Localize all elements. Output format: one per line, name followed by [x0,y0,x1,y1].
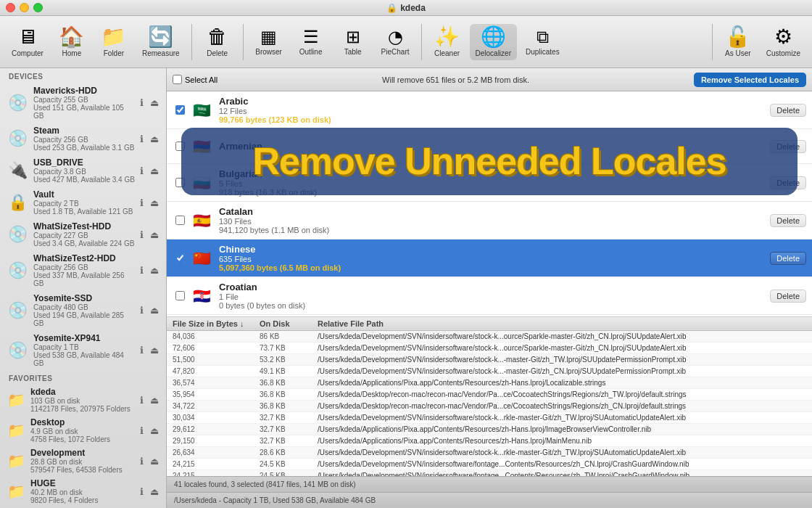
toolbar-browser[interactable]: ▦ Browser [249,25,289,59]
device-eject-btn[interactable]: ⏏ [149,305,160,316]
fav-info-btn[interactable]: ℹ [136,455,147,467]
device-eject-btn[interactable]: ⏏ [149,197,160,208]
toolbar-delete[interactable]: 🗑 Delete [198,24,237,60]
sidebar-item-vault[interactable]: 🔒 Vault Capacity 2 TB Used 1.8 TB, Avail… [0,187,166,218]
locale-item-croatian[interactable]: 🇭🇷 Croatian 1 File 0 bytes (0 bytes on d… [167,277,812,315]
croatian-delete-btn[interactable]: Delete [770,290,806,303]
folder-icon: 📁 [6,481,26,501]
select-all-input[interactable] [173,75,182,84]
catalan-delete-btn[interactable]: Delete [770,214,806,227]
select-all-checkbox[interactable]: Select All [173,75,218,84]
folder-icon: 📁 [6,451,26,471]
fav-info-btn[interactable]: ℹ [136,425,147,436]
arabic-delete-btn[interactable]: Delete [770,104,806,117]
hdd-icon: 💿 [6,91,29,115]
col-path-header[interactable]: Relative File Path [318,319,806,328]
toolbar-duplicates[interactable]: ⧉ Duplicates [520,25,566,59]
toolbar-separator-1 [191,24,192,60]
toolbar-cleaner[interactable]: ✨ Cleaner [428,24,467,60]
device-info-btn[interactable]: ℹ [136,229,147,240]
bulgarian-delete-btn[interactable]: Delete [770,176,806,189]
armenian-flag: 🇦🇲 [190,139,213,155]
fav-actions: ℹ ⏏ [136,425,160,436]
fav-more-btn[interactable]: ⏏ [149,425,160,436]
table-row: 29,61232.7 KB/Users/kdeda/Applications/P… [167,424,812,435]
minimize-button[interactable] [20,3,29,12]
toolbar-delocalizer[interactable]: 🌐 Delocalizer [470,24,517,60]
device-actions: ℹ ⏏ [136,165,160,176]
device-info-btn[interactable]: ℹ [136,345,147,356]
sidebar-item-yosemite-ssd[interactable]: 💿 Yosemite-SSD Capacity 480 GB Used 194 … [0,290,166,330]
locale-checkbox-bulgarian[interactable] [173,178,187,187]
fullscreen-button[interactable] [33,3,43,12]
device-info-btn[interactable]: ℹ [136,97,147,109]
toolbar-asuser[interactable]: 🔓 As User [718,24,758,60]
locale-checkbox-croatian[interactable] [173,291,187,300]
device-info-btn[interactable]: ℹ [136,197,147,208]
action-bar: Select All Will remove 651 files or 5.2 … [167,68,812,91]
col-ondisk-header[interactable]: On Disk [260,319,318,328]
device-info-btn[interactable]: ℹ [136,265,147,276]
locale-item-chinese[interactable]: 🇨🇳 Chinese 635 Files 5,097,360 bytes (6.… [167,239,812,277]
device-eject-btn[interactable]: ⏏ [149,97,160,109]
device-info-btn[interactable]: ℹ [136,165,147,176]
chinese-delete-btn[interactable]: Delete [770,252,806,265]
device-eject-btn[interactable]: ⏏ [149,133,160,144]
fav-more-btn[interactable]: ⏏ [149,394,160,406]
outline-icon: ☰ [303,28,319,46]
sidebar-fav-development[interactable]: 📁 Development 28.8 GB on disk 579547 Fil… [0,446,166,476]
sidebar-fav-huge[interactable]: 📁 HUGE 40.2 MB on disk 9820 Files, 4 Fol… [0,476,166,507]
sidebar-item-whatsizetest[interactable]: 💿 WhatSizeTest-HDD Capacity 227 GB Used … [0,218,166,250]
toolbar-piechart[interactable]: ◔ PieChart [376,25,415,59]
locale-list-wrapper: Remove Unneeded Locales 🇸🇦 Arabic 12 Fil… [167,91,812,476]
toolbar-separator-2 [243,24,244,60]
device-info-btn[interactable]: ℹ [136,305,147,316]
table-row: 26,63428.6 KB/Users/kdeda/Development/SV… [167,447,812,459]
fav-info-btn[interactable]: ℹ [136,394,147,406]
sidebar-item-usb[interactable]: 🔌 USB_DRIVE Capacity 3.8 GB Used 427 MB,… [0,155,166,187]
device-info-btn[interactable]: ℹ [136,133,147,144]
armenian-delete-btn[interactable]: Delete [770,140,806,153]
col-size-header[interactable]: File Size in Bytes ↓ [173,319,260,328]
sidebar-fav-desktop[interactable]: 📁 Desktop 4.9 GB on disk 4758 Files, 107… [0,415,166,446]
toolbar-separator-4 [712,24,713,60]
locale-item-catalan[interactable]: 🇪🇸 Catalan 130 Files 941,120 bytes (1.1 … [167,202,812,239]
sidebar-item-whatsizetest2[interactable]: 💿 WhatSizeTest2-HDD Capacity 256 GB Used… [0,250,166,290]
device-eject-btn[interactable]: ⏏ [149,229,160,240]
close-button[interactable] [6,3,15,12]
locale-item-arabic[interactable]: 🇸🇦 Arabic 12 Files 99,766 bytes (123 KB … [167,91,812,129]
sidebar-item-steam[interactable]: 💿 Steam Capacity 256 GB Used 253 GB, Ava… [0,123,166,155]
toolbar-customize[interactable]: ⚙ Customize [761,24,806,60]
locale-checkbox-catalan[interactable] [173,216,187,225]
device-eject-btn[interactable]: ⏏ [149,345,160,356]
toolbar-outline[interactable]: ☰ Outline [291,25,331,59]
content-area: Select All Will remove 651 files or 5.2 … [167,68,812,508]
asuser-icon: 🔓 [725,27,750,47]
sidebar-item-yosemite-xp[interactable]: 💿 Yosemite-XP941 Capacity 1 TB Used 538 … [0,330,166,370]
sidebar-fav-kdeda[interactable]: 📁 kdeda 103 GB on disk 1142178 Files, 20… [0,385,166,415]
folder-icon: 📁 [101,27,126,47]
fav-more-btn[interactable]: ⏏ [149,486,160,497]
delocalizer-icon: 🌐 [481,27,506,47]
toolbar-computer[interactable]: 🖥 Computer [6,24,49,60]
toolbar-remeasure[interactable]: 🔄 Remeasure [136,24,186,60]
toolbar-home[interactable]: 🏠 Home [52,24,91,60]
sidebar-item-mavericks[interactable]: 💿 Mavericks-HDD Capacity 255 GB Used 151… [0,83,166,123]
locale-checkbox-arabic[interactable] [173,105,187,115]
locale-item-armenian[interactable]: 🇦🇲 Armenian Delete [167,129,812,164]
arabic-flag: 🇸🇦 [190,102,213,118]
toolbar-folder[interactable]: 📁 Folder [94,24,133,60]
traffic-lights[interactable] [6,3,43,12]
catalan-info: Catalan 130 Files 941,120 bytes (1.1 MB … [219,206,770,234]
folder-icon: 📁 [6,420,26,441]
toolbar-table[interactable]: ⊞ Table [334,25,373,59]
fav-more-btn[interactable]: ⏏ [149,455,160,467]
remove-selected-button[interactable]: Remove Selected Locales [694,73,806,87]
device-eject-btn[interactable]: ⏏ [149,265,160,276]
fav-info-btn[interactable]: ℹ [136,486,147,497]
toolbar: 🖥 Computer 🏠 Home 📁 Folder 🔄 Remeasure 🗑… [0,16,812,68]
device-eject-btn[interactable]: ⏏ [149,165,160,176]
locale-checkbox-armenian[interactable] [173,142,187,151]
locale-item-bulgarian[interactable]: 🇧🇬 Bulgarian 5 Files 918 bytes (16.3 KB … [167,164,812,202]
locale-checkbox-chinese[interactable] [173,253,187,263]
